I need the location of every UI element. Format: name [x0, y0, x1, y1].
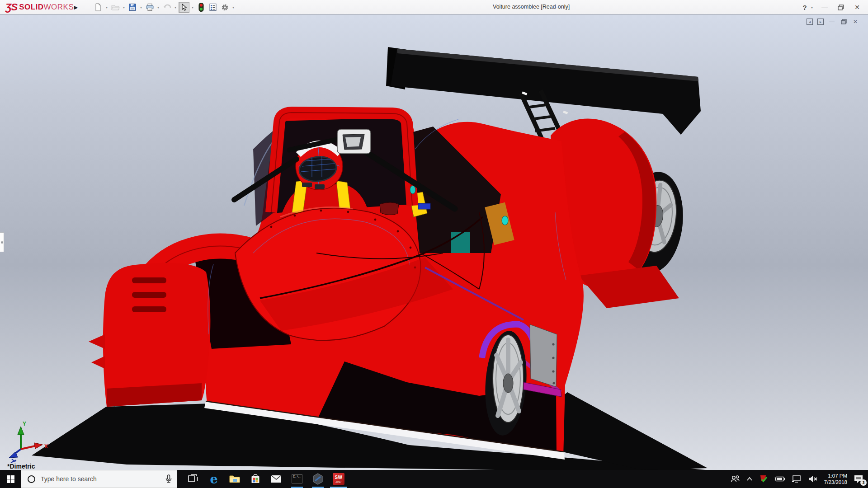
- restore-button[interactable]: [836, 3, 845, 12]
- triad-x-label: X: [44, 443, 48, 450]
- minimize-button[interactable]: —: [820, 3, 829, 12]
- side-mirror: [380, 202, 399, 215]
- file-explorer-button[interactable]: [224, 470, 245, 488]
- store-icon: [250, 474, 260, 484]
- new-document-button[interactable]: [93, 2, 104, 13]
- feature-manager-tab[interactable]: [0, 232, 4, 252]
- mail-button[interactable]: [266, 470, 287, 488]
- tray-chevron-icon[interactable]: [746, 477, 753, 481]
- help-button[interactable]: ?: [800, 3, 809, 12]
- task-view-button[interactable]: [183, 470, 203, 488]
- select-tool-button[interactable]: [179, 2, 189, 13]
- solidworks-monitor-icon[interactable]: [759, 474, 768, 483]
- microphone-icon[interactable]: [165, 474, 172, 483]
- people-icon[interactable]: [730, 475, 740, 483]
- window-title: Voiture assomblee [Read-only]: [493, 4, 570, 10]
- menu-flyout-arrow[interactable]: ▶: [72, 2, 80, 12]
- taskbar-search[interactable]: [21, 470, 177, 488]
- document-window-controls: ◂ ▸ — ✕: [807, 18, 859, 25]
- solidworks-button[interactable]: SW 2017: [328, 470, 349, 488]
- file-properties-icon: [209, 3, 217, 11]
- network-icon[interactable]: [792, 475, 802, 483]
- close-button[interactable]: ✕: [853, 3, 862, 12]
- print-button[interactable]: [144, 2, 155, 13]
- save-button[interactable]: [127, 2, 138, 13]
- quick-toolbar: ▾ ▾ ▾ ▾ ▾: [93, 1, 236, 13]
- edge-icon: e: [210, 473, 217, 485]
- doc-restore-icon: [841, 19, 847, 24]
- doc-minimize-button[interactable]: —: [828, 18, 835, 25]
- action-center-icon[interactable]: 3: [854, 474, 863, 483]
- solidworks-logo: ƷS SOLID WORKS: [5, 1, 74, 13]
- riveted-panel: [530, 324, 557, 387]
- file-properties-button[interactable]: [208, 2, 218, 13]
- hex-app-button[interactable]: [307, 470, 328, 488]
- taskbar-apps: e C:\_: [183, 470, 349, 488]
- save-floppy-icon: [128, 3, 137, 11]
- command-prompt-button[interactable]: C:\_: [287, 470, 307, 488]
- open-folder-icon: [111, 3, 120, 11]
- help-caret[interactable]: ▾: [811, 5, 813, 9]
- file-explorer-icon: [229, 474, 240, 483]
- logo-3s-icon: ƷS: [5, 1, 17, 13]
- task-view-icon: [188, 474, 198, 484]
- printer-icon: [146, 3, 154, 11]
- select-cursor-icon: [180, 4, 188, 11]
- system-tray: 1:07 PM 7/23/2018 3: [730, 473, 868, 485]
- cortana-icon: [28, 475, 35, 483]
- prev-window-button[interactable]: ◂: [807, 19, 813, 25]
- orientation-triad: Y X: [4, 421, 53, 466]
- notification-count-badge: 3: [860, 479, 867, 486]
- graphics-viewport[interactable]: ◂ ▸ — ✕ Y X *Dimetric: [0, 14, 868, 470]
- command-prompt-icon: C:\_: [292, 474, 302, 483]
- front-fender: [89, 263, 210, 407]
- battery-icon[interactable]: [774, 476, 785, 482]
- gear-icon: [221, 3, 229, 12]
- clock-date: 7/23/2018: [824, 479, 847, 485]
- triad-y-label: Y: [23, 421, 26, 427]
- mail-icon: [271, 475, 282, 483]
- open-button[interactable]: [110, 2, 121, 13]
- store-button[interactable]: [245, 470, 266, 488]
- rebuild-button[interactable]: [196, 2, 207, 13]
- title-bar: ƷS SOLID WORKS ▶ ▾ ▾ ▾: [0, 0, 868, 14]
- undo-button[interactable]: [161, 2, 172, 13]
- taskbar-clock[interactable]: 1:07 PM 7/23/2018: [824, 473, 847, 485]
- traffic-light-icon: [198, 3, 204, 12]
- undo-arrow-icon: [163, 3, 171, 11]
- options-button[interactable]: [219, 2, 230, 13]
- view-orientation-label: *Dimetric: [7, 463, 35, 470]
- edge-button[interactable]: e: [203, 470, 224, 488]
- new-document-icon: [94, 3, 102, 11]
- start-button[interactable]: [0, 470, 21, 488]
- restore-icon: [838, 5, 844, 10]
- next-window-button[interactable]: ▸: [817, 19, 824, 25]
- search-input[interactable]: [41, 475, 165, 483]
- volume-muted-icon[interactable]: [808, 475, 818, 483]
- clock-time: 1:07 PM: [824, 473, 847, 479]
- window-controls: ? ▾ — ✕: [800, 0, 862, 14]
- solidworks-2017-icon: SW 2017: [333, 473, 344, 485]
- doc-restore-button[interactable]: [840, 18, 847, 25]
- windows-taskbar: e C:\_: [0, 470, 868, 488]
- hex-app-icon: [312, 473, 323, 485]
- car-model: [0, 14, 868, 470]
- doc-close-button[interactable]: ✕: [852, 18, 859, 25]
- mirror-intake: [337, 129, 371, 154]
- windows-logo-icon: [7, 475, 14, 483]
